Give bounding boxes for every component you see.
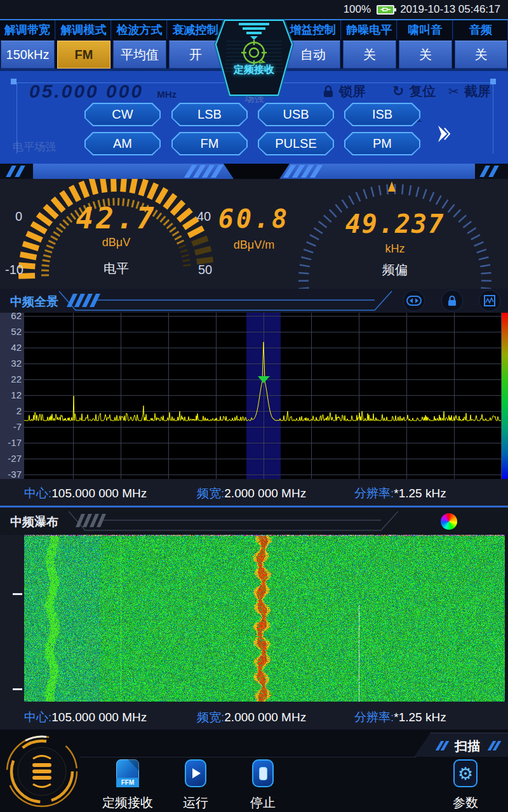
mode-button-fm[interactable]: FM (171, 132, 248, 155)
ffm-button[interactable]: FFM (116, 759, 139, 787)
center-value: 105.000 000 MHz (51, 710, 147, 724)
level-label: 电平 (65, 260, 167, 277)
nav-label-ffm[interactable]: 定频接收 (100, 794, 155, 811)
nav-label-stop[interactable]: 停止 (243, 794, 283, 811)
toolbar-value[interactable]: 关 (399, 41, 452, 69)
marker-toggle-button[interactable] (403, 290, 425, 311)
y-tick-label: 12 (0, 390, 22, 400)
main-frequency-display: 05.000 000 MHz (29, 80, 177, 102)
center-label: 中心 (24, 710, 48, 724)
color-wheel-icon[interactable] (441, 513, 457, 530)
hazard-corner-left (0, 164, 33, 179)
screenshot-button[interactable]: ✂ 截屏 (448, 82, 491, 100)
mode-button-label: FM (173, 133, 246, 154)
reset-icon: ↻ (392, 83, 404, 100)
waterfall-title: 中频瀑布 (10, 514, 58, 530)
mode-button-label: PULSE (259, 133, 333, 154)
toolbar-value[interactable]: 关 (455, 41, 507, 69)
scan-tab[interactable]: 扫描 (414, 733, 508, 757)
rbw-label: 分辨率 (354, 710, 391, 724)
spectrum-title: 中频全景 (10, 294, 58, 310)
mode-button-label: AM (86, 133, 159, 154)
rbw-label: 分辨率 (354, 487, 391, 500)
lock-icon (447, 295, 457, 306)
level-fieldstrength-ghost-label: 电平场强 (13, 140, 56, 154)
nav-label-run[interactable]: 运行 (175, 794, 216, 811)
toolbar-value[interactable]: 150kHz (1, 41, 55, 69)
stop-button[interactable] (252, 759, 274, 787)
waterfall-info-bar: 中心:105.000 000 MHz 频宽:2.000 000 MHz 分辨率:… (0, 702, 508, 730)
y-tick-label: 52 (0, 326, 22, 337)
toolbar-value[interactable]: 平均值 (113, 41, 166, 69)
waterfall-panel-header: 中频瀑布 (0, 508, 508, 534)
mode-button-pm[interactable]: PM (344, 132, 420, 155)
marker-toggle-icon (406, 296, 422, 306)
stop-icon (252, 759, 274, 787)
gear-icon: ⚙ (453, 759, 478, 787)
mode-button-label: CW (86, 104, 159, 125)
ffm-badge: FFM (116, 778, 139, 787)
y-tick-label: -37 (0, 469, 22, 480)
hazard-corner-right (475, 164, 508, 179)
lock-icon (323, 85, 334, 98)
y-tick-label: 2 (0, 405, 22, 416)
emblem-title: 定频接收 (213, 63, 295, 77)
mode-button-label: USB (259, 104, 333, 125)
toolbar-col-7: 音频关 (454, 20, 508, 69)
fieldstrength-value: 60.8 (210, 204, 298, 233)
toolbar-col-6: 啸叫音关 (398, 20, 453, 69)
rbw-value: *1.25 kHz (394, 710, 446, 724)
spectrum-panel-header: 中频全景 (0, 289, 508, 313)
status-datetime: 2019-10-13 05:46:17 (400, 3, 500, 16)
play-icon (185, 759, 206, 787)
mode-button-cw[interactable]: CW (84, 103, 161, 126)
waterfall-display[interactable] (24, 535, 505, 702)
center-emblem[interactable] (213, 19, 295, 98)
spectrum-info-bar: 中心:105.000 000 MHz 频宽:2.000 000 MHz 分辨率:… (0, 479, 508, 506)
mode-button-am[interactable]: AM (84, 132, 161, 155)
y-tick-label: 42 (0, 342, 22, 353)
span-value: 2.000 000 MHz (224, 487, 306, 500)
toolbar-label: 检波方式 (112, 20, 167, 39)
run-button[interactable] (185, 759, 206, 787)
y-tick-label: 62 (0, 310, 22, 321)
gauge-tick-0: 0 (15, 209, 22, 224)
y-tick-label: -27 (0, 453, 22, 464)
toolbar-col-5: 静噪电平关 (342, 20, 397, 69)
mode-button-pulse[interactable]: PULSE (258, 132, 334, 155)
lock-button[interactable] (441, 290, 463, 311)
mode-button-isb[interactable]: ISB (344, 103, 420, 126)
lock-screen-button[interactable]: 锁屏 (323, 82, 366, 100)
freq-offset-unit: kHz (330, 242, 460, 256)
battery-charging-icon (377, 5, 394, 15)
mode-button-lsb[interactable]: LSB (171, 103, 248, 126)
app-screen: 100% 2019-10-13 05:46:17 解调带宽150kHz解调模式F… (0, 0, 508, 812)
panel-handle-left[interactable] (11, 79, 17, 84)
toolbar-label: 音频 (454, 20, 508, 39)
scissors-icon: ✂ (448, 84, 459, 99)
fieldstrength-unit: dBμV/m (210, 239, 298, 252)
more-modes-arrow-icon[interactable] (436, 124, 452, 143)
toolbar-label: 解调模式 (57, 20, 111, 39)
y-tick-label: -7 (0, 421, 22, 432)
toolbar-value[interactable]: FM (57, 41, 110, 69)
panel-handle-right[interactable] (490, 79, 496, 84)
waveform-settings-button[interactable] (479, 290, 500, 311)
center-value: 105.000 000 MHz (51, 487, 147, 500)
gauge-section: 0 40 -10 50 42.7 dBμV 电平 60.8 dBμV/m 49.… (0, 179, 508, 289)
mode-button-label: ISB (345, 104, 419, 125)
span-label: 频宽 (197, 487, 221, 500)
y-tick-label: -17 (0, 437, 22, 448)
menu-ring-logo-icon[interactable] (4, 733, 80, 809)
level-unit: dBμV (65, 236, 167, 249)
toolbar-label: 解调带宽 (0, 20, 55, 39)
mode-button-usb[interactable]: USB (258, 103, 334, 126)
freq-offset-value: 49.237 (330, 209, 460, 239)
waveform-settings-icon (484, 295, 495, 306)
nav-label-params[interactable]: 参数 (445, 794, 486, 811)
toolbar-value[interactable]: 关 (343, 41, 396, 69)
params-button[interactable]: ⚙ (453, 759, 478, 787)
reset-button[interactable]: ↻ 复位 (392, 82, 436, 100)
spectrum-display[interactable] (24, 313, 502, 479)
rbw-value: *1.25 kHz (394, 487, 446, 500)
